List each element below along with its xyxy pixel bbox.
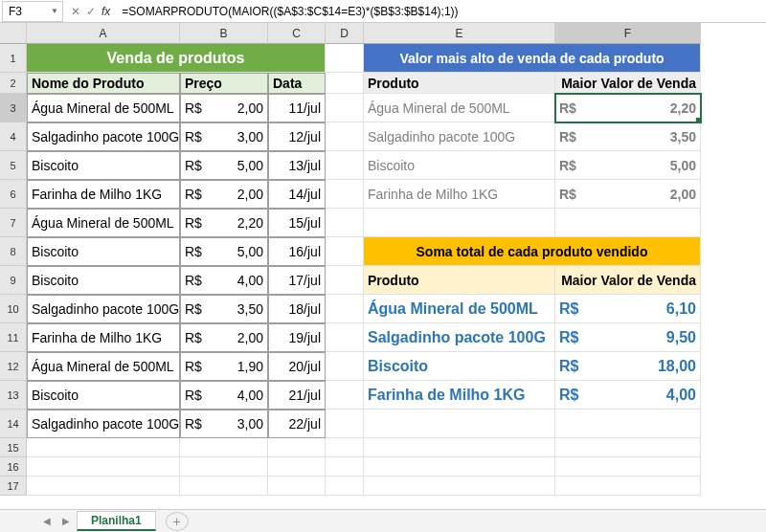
cell-price[interactable]: R$4,00 [180, 381, 268, 410]
title-soma[interactable]: Soma total de cada produto vendido [364, 237, 701, 266]
cell-total-product[interactable]: Salgadinho pacote 100G [364, 323, 555, 352]
cell-highest-value[interactable]: R$3,50 [555, 122, 701, 151]
cell-price[interactable]: R$2,20 [180, 209, 268, 237]
header-maior-2[interactable]: Maior Valor de Venda [555, 266, 701, 295]
cell-highest-product[interactable]: Farinha de Milho 1KG [364, 180, 555, 209]
cell-total-product[interactable]: Biscoito [364, 352, 555, 381]
cell-date[interactable]: 13/jul [268, 151, 326, 180]
cell[interactable] [364, 457, 555, 477]
cell[interactable] [326, 323, 364, 352]
cell-highest-product[interactable]: Salgadinho pacote 100G [364, 122, 555, 151]
row-header[interactable]: 5 [0, 151, 27, 180]
cell-date[interactable]: 16/jul [268, 237, 326, 266]
col-header[interactable]: B [180, 23, 268, 44]
cell-date[interactable]: 21/jul [268, 381, 326, 410]
cell-price[interactable]: R$5,00 [180, 151, 268, 180]
cell[interactable] [326, 457, 364, 477]
cell-total-value[interactable]: R$4,00 [555, 381, 701, 410]
cell-price[interactable]: R$3,00 [180, 410, 268, 438]
cell-date[interactable]: 19/jul [268, 323, 326, 352]
cell-price[interactable]: R$2,00 [180, 180, 268, 209]
cell-date[interactable]: 22/jul [268, 410, 326, 438]
row-header[interactable]: 7 [0, 209, 27, 237]
cell-price[interactable]: R$5,00 [180, 237, 268, 266]
cell[interactable] [326, 44, 364, 73]
col-header[interactable]: D [326, 23, 364, 44]
cell-price[interactable]: R$2,00 [180, 323, 268, 352]
row-header[interactable]: 4 [0, 122, 27, 151]
cell-highest-product[interactable]: Água Mineral de 500ML [364, 94, 555, 122]
cell-date[interactable]: 14/jul [268, 180, 326, 209]
header-maior-valor[interactable]: Maior Valor de Venda [555, 73, 701, 94]
cell[interactable] [180, 457, 268, 477]
cell-product[interactable]: Salgadinho pacote 100G [27, 122, 180, 151]
cell[interactable] [326, 295, 364, 323]
cell[interactable] [326, 237, 364, 266]
fx-icon[interactable]: fx [101, 5, 110, 18]
cell-date[interactable]: 20/jul [268, 352, 326, 381]
cell[interactable] [27, 457, 180, 477]
cell[interactable] [364, 477, 555, 496]
chevron-down-icon[interactable]: ▼ [51, 7, 58, 15]
cell-date[interactable]: 17/jul [268, 266, 326, 295]
row-header[interactable]: 12 [0, 352, 27, 381]
cell[interactable] [326, 209, 364, 237]
cell-product[interactable]: Biscoito [27, 381, 180, 410]
cell[interactable] [27, 477, 180, 496]
title-maior[interactable]: Valor mais alto de venda de cada produto [364, 44, 701, 73]
header-nome[interactable]: Nome do Produto [27, 73, 180, 94]
cell-price[interactable]: R$2,00 [180, 94, 268, 122]
formula-input[interactable]: =SOMARPRODUTO(MAIOR(($A$3:$C$14=E3)*($B$… [116, 1, 766, 22]
cell[interactable] [326, 94, 364, 122]
cell[interactable] [555, 410, 701, 438]
cell[interactable] [180, 477, 268, 496]
cell-highest-value[interactable]: R$2,00 [555, 180, 701, 209]
row-header[interactable]: 15 [0, 438, 27, 457]
cell[interactable] [555, 438, 701, 457]
row-header[interactable]: 16 [0, 457, 27, 477]
cell[interactable] [364, 438, 555, 457]
cell[interactable] [268, 438, 326, 457]
confirm-icon[interactable]: ✓ [86, 5, 96, 18]
cell-price[interactable]: R$4,00 [180, 266, 268, 295]
cell-product[interactable]: Farinha de Milho 1KG [27, 180, 180, 209]
row-header[interactable]: 3 [0, 94, 27, 122]
cell[interactable] [364, 209, 555, 237]
row-header[interactable]: 14 [0, 410, 27, 438]
col-header[interactable]: C [268, 23, 326, 44]
cancel-icon[interactable]: ✕ [71, 5, 80, 18]
cell-product[interactable]: Biscoito [27, 237, 180, 266]
cell-product[interactable]: Água Mineral de 500ML [27, 352, 180, 381]
row-header[interactable]: 1 [0, 44, 27, 73]
row-header[interactable]: 6 [0, 180, 27, 209]
cell-product[interactable]: Biscoito [27, 151, 180, 180]
cell-total-value[interactable]: R$6,10 [555, 295, 701, 323]
cell[interactable] [326, 381, 364, 410]
cell-price[interactable]: R$3,50 [180, 295, 268, 323]
cell-total-product[interactable]: Farinha de Milho 1KG [364, 381, 555, 410]
cell[interactable] [27, 438, 180, 457]
cell-total-product[interactable]: Água Mineral de 500ML [364, 295, 555, 323]
cell[interactable] [268, 457, 326, 477]
cell-product[interactable]: Biscoito [27, 266, 180, 295]
cell[interactable] [326, 438, 364, 457]
cell-product[interactable]: Farinha de Milho 1KG [27, 323, 180, 352]
cell[interactable] [268, 477, 326, 496]
title-venda[interactable]: Venda de produtos [27, 44, 326, 73]
col-header[interactable]: F [555, 23, 701, 44]
cell-highest-product[interactable]: Biscoito [364, 151, 555, 180]
cell-highest-value[interactable]: R$5,00 [555, 151, 701, 180]
row-header[interactable]: 17 [0, 477, 27, 496]
header-produto[interactable]: Produto [364, 73, 555, 94]
cell-product[interactable]: Água Mineral de 500ML [27, 94, 180, 122]
cell-product[interactable]: Água Mineral de 500ML [27, 209, 180, 237]
cell-price[interactable]: R$1,90 [180, 352, 268, 381]
row-header[interactable]: 10 [0, 295, 27, 323]
cell[interactable] [326, 180, 364, 209]
cell[interactable] [326, 410, 364, 438]
cell-price[interactable]: R$3,00 [180, 122, 268, 151]
select-all-corner[interactable] [0, 23, 27, 44]
row-header[interactable]: 11 [0, 323, 27, 352]
row-header[interactable]: 8 [0, 237, 27, 266]
cell[interactable] [364, 410, 555, 438]
